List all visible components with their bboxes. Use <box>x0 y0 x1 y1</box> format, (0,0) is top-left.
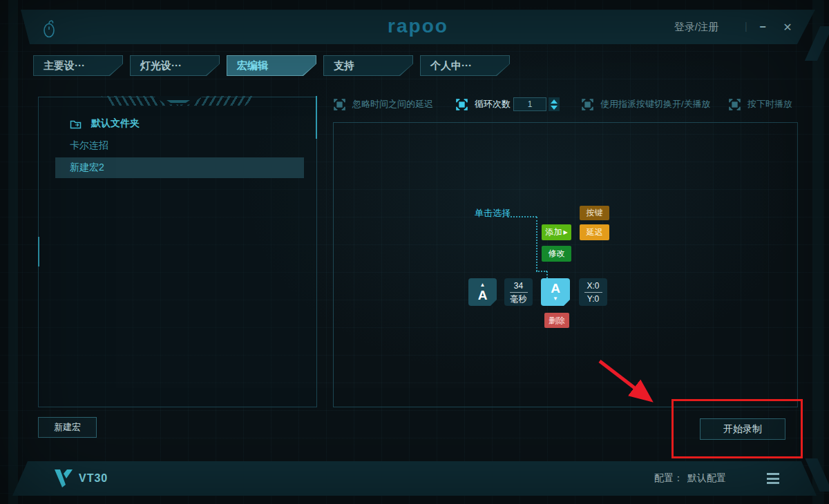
event-key-letter: A <box>478 289 488 302</box>
scroll-accent-right[interactable] <box>316 96 317 139</box>
folder-row-default[interactable]: 默认文件夹 <box>70 114 298 133</box>
start-record-button[interactable]: 开始录制 <box>700 418 785 440</box>
ignore-delay-label: 忽略时间之间的延迟 <box>352 98 433 110</box>
event-key-down-selected[interactable]: A ▼ <box>541 278 570 306</box>
add-button[interactable]: 添加 ▶ <box>542 224 571 240</box>
play-on-press-label: 按下时播放 <box>747 98 792 110</box>
loop-count-stepper[interactable] <box>549 97 560 111</box>
checkbox-toggle-play[interactable]: 使用指派按键切换开/关播放 <box>582 97 711 112</box>
hint-connector <box>508 216 537 217</box>
arrow-down-icon: ▼ <box>553 295 558 302</box>
event-mouse-position[interactable]: X:0 Y:0 <box>579 278 607 306</box>
close-button[interactable]: ✕ <box>779 10 796 44</box>
loop-count-label: 循环次数 <box>475 98 511 110</box>
scroll-accent-left <box>38 237 39 266</box>
tab-personal-center[interactable]: 个人中··· <box>420 55 510 76</box>
device-name: VT30 <box>79 461 108 496</box>
tab-light-settings-label: 灯光设··· <box>131 56 219 75</box>
new-macro-button[interactable]: 新建宏 <box>38 417 97 438</box>
minimize-button[interactable]: − <box>754 10 771 44</box>
macro-editor-canvas: 单击选择 添加 ▶ 修改 按键 延迟 删除 ▲ A 34 毫秒 A ▼ X:0 <box>333 122 798 407</box>
status-bar: VT30 配置： 默认配置 <box>12 461 817 496</box>
click-select-hint: 单击选择 <box>475 207 511 220</box>
divider <box>510 292 528 293</box>
tab-main-settings-label: 主要设··· <box>34 56 122 75</box>
tab-macro-editor[interactable]: 宏编辑 <box>227 55 316 76</box>
window-separator: | <box>745 21 747 32</box>
checkbox-icon-checked <box>456 99 468 110</box>
macro-list-item[interactable]: 卡尔连招 <box>55 135 304 156</box>
toggle-play-label: 使用指派按键切换开/关播放 <box>600 98 711 110</box>
checkbox-icon <box>334 99 345 110</box>
modify-button[interactable]: 修改 <box>542 246 571 262</box>
title-bar: rapoo 登录/注册 | − ✕ <box>21 10 815 44</box>
event-delay[interactable]: 34 毫秒 <box>504 278 533 306</box>
tab-support[interactable]: 支持 <box>323 55 413 76</box>
tab-light-settings[interactable]: 灯光设··· <box>130 55 220 76</box>
folder-label: 默认文件夹 <box>91 117 140 130</box>
rapoo-logo: rapoo <box>388 16 448 37</box>
event-key-letter: A <box>551 282 560 295</box>
delay-unit: 毫秒 <box>511 295 527 303</box>
login-register-link[interactable]: 登录/注册 <box>674 10 718 44</box>
macro-list-item-selected[interactable]: 新建宏2 <box>55 157 304 178</box>
checkbox-icon <box>582 99 593 110</box>
macro-list-panel: 默认文件夹 卡尔连招 新建宏2 <box>38 97 317 407</box>
checkbox-ignore-delay[interactable]: 忽略时间之间的延迟 <box>334 97 433 112</box>
config-value: 默认配置 <box>687 472 726 485</box>
hint-connector <box>546 271 548 278</box>
tab-main-settings[interactable]: 主要设··· <box>33 55 123 76</box>
folder-icon <box>70 119 82 129</box>
checkbox-play-on-press[interactable]: 按下时播放 <box>729 97 792 112</box>
checkbox-icon <box>729 99 741 110</box>
divider <box>584 292 602 293</box>
key-button[interactable]: 按键 <box>580 206 609 220</box>
event-key-up[interactable]: ▲ A <box>468 278 497 306</box>
tab-macro-editor-label: 宏编辑 <box>227 56 316 75</box>
corner-fold <box>490 300 497 306</box>
mouse-x-value: X:0 <box>587 282 599 290</box>
delete-button[interactable]: 删除 <box>544 313 569 328</box>
app-window: rapoo 登录/注册 | − ✕ 主要设··· 灯光设··· 宏编辑 支持 个… <box>0 0 829 504</box>
play-arrow-icon: ▶ <box>563 229 567 235</box>
menu-icon[interactable] <box>767 473 779 484</box>
vt-logo-icon <box>54 469 73 488</box>
hint-connector <box>536 217 537 271</box>
delay-value: 34 <box>514 282 523 290</box>
mouse-icon <box>41 18 59 39</box>
tab-support-label: 支持 <box>324 56 412 75</box>
config-label: 配置： <box>654 472 683 485</box>
header-corner-decor <box>805 26 829 61</box>
stepper-up-icon[interactable] <box>551 99 558 104</box>
left-decor-band <box>8 0 18 504</box>
mouse-y-value: Y:0 <box>587 295 599 303</box>
hint-connector <box>536 271 547 272</box>
tab-personal-center-label: 个人中··· <box>421 56 509 75</box>
config-status: 配置： 默认配置 <box>654 461 726 496</box>
checkbox-loop-count[interactable]: 循环次数 <box>456 97 511 112</box>
delay-button[interactable]: 延迟 <box>580 224 609 240</box>
corner-fold <box>564 300 570 306</box>
stepper-down-icon[interactable] <box>551 106 558 110</box>
loop-count-input[interactable] <box>513 97 546 111</box>
panel-top-decor <box>98 96 258 106</box>
right-decor-band <box>812 0 823 504</box>
